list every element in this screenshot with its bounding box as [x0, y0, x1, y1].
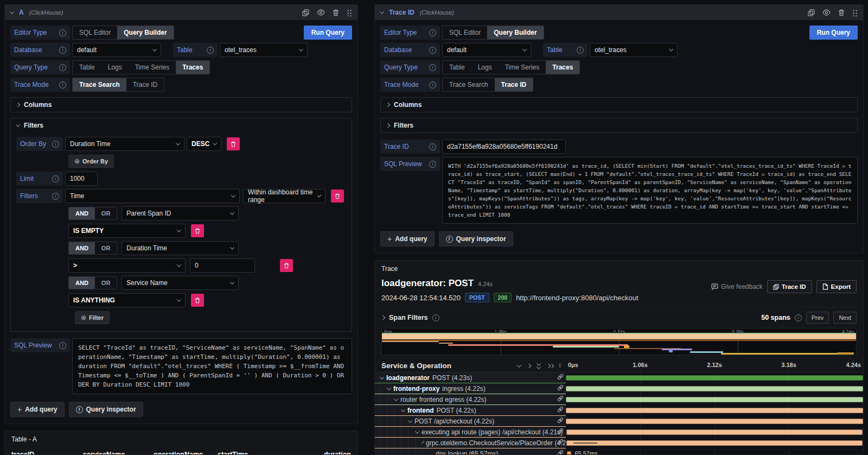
- filters-section-header[interactable]: Filters: [11, 118, 352, 132]
- span-row[interactable]: router frontend egress (4.22s): [375, 394, 863, 405]
- trace-mode-option[interactable]: Trace Search: [443, 78, 495, 91]
- query-type-option[interactable]: Traces: [176, 61, 209, 74]
- remove-condition-button[interactable]: [191, 294, 204, 307]
- span-name-cell[interactable]: dns.lookup (65.57ms): [375, 448, 566, 454]
- delete-query-icon[interactable]: [333, 9, 339, 16]
- next-button[interactable]: Next: [833, 312, 857, 324]
- info-icon[interactable]: [59, 342, 66, 349]
- span-link-icon[interactable]: [557, 417, 564, 425]
- editor-type-option[interactable]: SQL Editor: [73, 26, 117, 39]
- add-order-by-button[interactable]: Order By: [68, 155, 114, 168]
- column-header-serviceName[interactable]: serviceName: [83, 451, 154, 455]
- query-type-option[interactable]: Traces: [546, 61, 579, 74]
- trace-id-button[interactable]: Trace ID: [767, 280, 812, 293]
- span-name-cell[interactable]: loadgeneratorPOST (4.23s): [375, 372, 566, 383]
- span-row[interactable]: frontendPOST (4.22s): [375, 405, 863, 416]
- info-icon[interactable]: [577, 47, 584, 54]
- info-icon[interactable]: [207, 47, 214, 54]
- span-duration-bar[interactable]: [566, 397, 863, 402]
- and-option[interactable]: AND: [69, 242, 95, 254]
- info-icon[interactable]: [429, 161, 436, 168]
- table-select[interactable]: otel_traces: [220, 43, 308, 57]
- query-inspector-button[interactable]: Query inspector: [439, 231, 513, 247]
- condition-field-select[interactable]: Parent Span ID: [122, 206, 239, 220]
- span-duration-bar[interactable]: [566, 429, 863, 435]
- condition-field-select[interactable]: Duration Time: [122, 241, 239, 255]
- span-name-cell[interactable]: POST /api/checkout (4.22s): [375, 416, 566, 427]
- span-link-icon[interactable]: [557, 439, 564, 447]
- query-inspector-button[interactable]: Query inspector: [69, 402, 143, 417]
- info-icon[interactable]: [52, 175, 59, 182]
- info-icon[interactable]: [429, 81, 436, 89]
- order-by-direction-select[interactable]: DESC: [187, 137, 221, 151]
- collapse-query-icon[interactable]: [10, 9, 14, 14]
- or-option[interactable]: OR: [95, 207, 117, 219]
- span-row[interactable]: executing api route (pages) /api/checkou…: [375, 427, 863, 438]
- chevron-down-icon[interactable]: [387, 386, 391, 390]
- span-track[interactable]: [566, 427, 863, 438]
- span-duration-bar[interactable]: [566, 386, 863, 391]
- span-track[interactable]: [566, 383, 863, 394]
- remove-condition-button[interactable]: [280, 259, 293, 272]
- info-icon[interactable]: [59, 29, 66, 36]
- span-duration-bar[interactable]: [566, 408, 863, 413]
- duplicate-query-icon[interactable]: [808, 9, 815, 16]
- condition-operator-select[interactable]: IS EMPTY: [68, 224, 186, 238]
- chevron-down-icon[interactable]: [422, 441, 424, 444]
- info-icon[interactable]: [429, 143, 436, 150]
- span-track[interactable]: [566, 405, 863, 416]
- condition-value-input[interactable]: [190, 258, 255, 273]
- span-duration-bar[interactable]: [566, 440, 863, 446]
- span-row[interactable]: loadgeneratorPOST (4.23s): [375, 372, 863, 383]
- query-type-option[interactable]: Table: [73, 61, 101, 74]
- run-query-button[interactable]: Run Query: [809, 26, 858, 40]
- chevron-down-icon[interactable]: [380, 375, 384, 379]
- order-by-field-select[interactable]: Duration Time: [65, 137, 184, 151]
- span-row[interactable]: frontend-proxyingress (4.22s): [375, 383, 863, 394]
- collapse-all-icon[interactable]: [537, 363, 540, 369]
- filters-section-header[interactable]: Filters: [381, 118, 857, 132]
- add-query-button[interactable]: Add query: [380, 231, 435, 247]
- column-resizer[interactable]: ‖: [559, 363, 563, 369]
- info-icon[interactable]: [59, 81, 66, 89]
- column-header-operationName[interactable]: operationName: [154, 451, 218, 455]
- span-track[interactable]: [566, 416, 863, 427]
- condition-field-select[interactable]: Service Name: [122, 276, 239, 290]
- columns-section-header[interactable]: Columns: [381, 98, 857, 112]
- query-type-option[interactable]: Table: [443, 61, 471, 74]
- chevron-down-icon[interactable]: [408, 418, 412, 422]
- filter-value-select[interactable]: Within dashboard time range: [243, 189, 326, 203]
- query-type-option[interactable]: Logs: [101, 61, 129, 74]
- database-select[interactable]: default: [442, 43, 531, 57]
- span-name-cell[interactable]: grpc.oteldemo.CheckoutService/PlaceOrder…: [375, 438, 566, 448]
- info-icon[interactable]: [59, 64, 66, 71]
- info-icon[interactable]: [432, 314, 439, 321]
- trace-minimap[interactable]: 0μs1.06s2.12s3.18s4.24s: [381, 328, 857, 355]
- delete-query-icon[interactable]: [838, 9, 845, 16]
- query-header-trace-id[interactable]: Trace ID (ClickHouse): [375, 5, 863, 20]
- span-row[interactable]: dns.lookup (65.57ms)65.57ms: [375, 448, 863, 454]
- trace-mode-option[interactable]: Trace ID: [495, 78, 533, 91]
- span-track[interactable]: [566, 438, 863, 448]
- hide-query-icon[interactable]: [317, 9, 325, 16]
- filter-field-select[interactable]: Time: [65, 189, 240, 203]
- span-name-cell[interactable]: frontend-proxyingress (4.22s): [375, 383, 566, 394]
- chevron-down-icon[interactable]: [415, 429, 419, 433]
- query-type-option[interactable]: Time Series: [129, 61, 176, 74]
- span-link-icon[interactable]: [557, 406, 564, 414]
- condition-operator-select[interactable]: IS ANYTHING: [68, 293, 186, 307]
- info-icon[interactable]: [429, 64, 436, 71]
- span-duration-bar[interactable]: [567, 451, 572, 454]
- span-link-icon[interactable]: [557, 450, 564, 454]
- span-track[interactable]: 65.57ms: [566, 448, 863, 454]
- or-option[interactable]: OR: [95, 242, 117, 254]
- chevron-down-icon[interactable]: [401, 407, 405, 412]
- hide-query-icon[interactable]: [822, 9, 831, 16]
- info-icon[interactable]: [795, 314, 802, 321]
- and-option[interactable]: AND: [69, 277, 95, 289]
- span-duration-bar[interactable]: [566, 419, 863, 424]
- editor-type-option[interactable]: SQL Editor: [443, 26, 487, 39]
- span-name-cell[interactable]: executing api route (pages) /api/checkou…: [375, 427, 566, 438]
- table-select[interactable]: otel_traces: [590, 43, 678, 57]
- query-header-a[interactable]: A (ClickHouse): [5, 5, 358, 20]
